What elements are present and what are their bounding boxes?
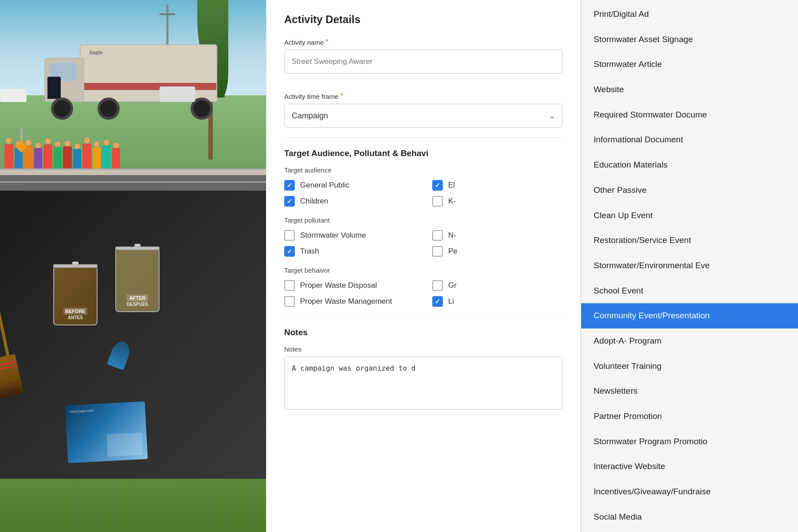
- dropdown-item-stormwater-article[interactable]: Stormwater Article: [581, 52, 798, 77]
- dropdown-item-adopt-a-program[interactable]: Adopt-A- Program: [581, 329, 798, 354]
- checkbox-green-infra[interactable]: [432, 280, 443, 291]
- truck-background: [160, 86, 195, 102]
- checkbox-proper-waste-disposal[interactable]: [284, 280, 295, 291]
- form-divider: [284, 137, 563, 138]
- activity-details-title: Activity Details: [284, 13, 563, 26]
- activity-time-frame-select[interactable]: Campaign: [284, 104, 563, 128]
- road-sign: [17, 129, 26, 151]
- checkbox-k12[interactable]: [432, 196, 443, 207]
- checkbox-label-stormwater-volume: Stormwater Volume: [300, 231, 366, 240]
- checkbox-stormwater-volume[interactable]: [284, 230, 295, 241]
- left-photos-panel: Eagle: [0, 0, 266, 532]
- activity-time-frame-field: Activity time frame * Campaign ⌄: [284, 92, 563, 128]
- checkbox-item-litter[interactable]: Li: [432, 296, 563, 307]
- checkbox-item-proper-waste-disposal[interactable]: Proper Waste Disposal: [284, 280, 415, 291]
- dropdown-item-volunteer-training[interactable]: Volunteer Training: [581, 354, 798, 379]
- checkbox-general-public[interactable]: [284, 180, 295, 191]
- pamphlet: cleansater.com: [65, 401, 148, 463]
- activity-name-label-text: Activity name: [284, 39, 324, 46]
- checkbox-litter[interactable]: [432, 296, 443, 307]
- checkbox-item-green-infra[interactable]: Gr: [432, 280, 563, 291]
- activity-time-frame-label-text: Activity time frame: [284, 93, 339, 100]
- dropdown-item-other-passive[interactable]: Other Passive: [581, 178, 798, 203]
- activity-name-required: *: [325, 38, 328, 46]
- activity-type-dropdown-list: Print/Digital Ad Stormwater Asset Signag…: [581, 0, 798, 532]
- activity-name-input[interactable]: [284, 50, 563, 74]
- activity-time-frame-required: *: [340, 92, 343, 100]
- checkbox-pet-waste[interactable]: [432, 246, 443, 257]
- checkbox-elderly[interactable]: [432, 180, 443, 191]
- checkbox-label-children: Children: [300, 197, 328, 206]
- activity-name-label: Activity name *: [284, 38, 563, 46]
- target-behavior-field: Target behaivor Proper Waste Disposal Gr…: [284, 266, 563, 307]
- checkbox-item-children[interactable]: Children: [284, 196, 415, 207]
- checkbox-trash[interactable]: [284, 246, 295, 257]
- center-form-panel: Activity Details Activity name * Activit…: [266, 0, 581, 532]
- notes-section-title: Notes: [284, 328, 563, 337]
- target-audience-label: Target audience: [284, 166, 563, 174]
- checkbox-label-proper-waste-mgmt: Proper Waste Management: [300, 297, 392, 306]
- dropdown-item-school-event[interactable]: School Event: [581, 278, 798, 304]
- road: [0, 175, 266, 191]
- checkbox-children[interactable]: [284, 196, 295, 207]
- activity-time-frame-label: Activity time frame *: [284, 92, 563, 100]
- notes-section: Notes Notes A campaign was organized to …: [284, 328, 563, 411]
- dropdown-item-social-media[interactable]: Social Media: [581, 505, 798, 530]
- checkbox-item-stormwater-volume[interactable]: Stormwater Volume: [284, 230, 415, 241]
- dropdown-item-website[interactable]: Website: [581, 77, 798, 102]
- dropdown-item-publicly-accessible-waste[interactable]: Publicly Accessible Waste Dis: [581, 529, 798, 532]
- checkbox-label-k12: K-: [448, 197, 456, 206]
- jar-before-label-es: ANTES: [63, 315, 87, 320]
- dropdown-item-newsletters[interactable]: Newsletters: [581, 379, 798, 404]
- checkbox-proper-waste-mgmt[interactable]: [284, 296, 295, 307]
- checkbox-label-pet-waste: Pe: [448, 247, 458, 256]
- dropdown-item-community-event[interactable]: Community Event/Presentation: [581, 303, 798, 329]
- target-audience-field: Target audience General Public El Childr…: [284, 166, 563, 207]
- photo-bottom: BEFORE ANTES AFTER DESPUÉS cleansater.co…: [0, 191, 266, 532]
- dropdown-item-interactive-website[interactable]: Interactive Website: [581, 454, 798, 479]
- checkbox-label-trash: Trash: [300, 247, 319, 256]
- dropdown-item-print-digital-ad[interactable]: Print/Digital Ad: [581, 2, 798, 27]
- target-section-title: Target Audience, Pollutant & Behavi: [284, 149, 563, 158]
- target-section-title-text: Target Audience, Pollutant & Behavi: [284, 149, 428, 158]
- jar-before: BEFORE ANTES: [53, 262, 98, 325]
- checkbox-item-proper-waste-mgmt[interactable]: Proper Waste Management: [284, 296, 415, 307]
- activity-time-frame-select-wrapper: Campaign ⌄: [284, 104, 563, 128]
- car-background: [0, 89, 27, 102]
- checkbox-label-proper-waste-disposal: Proper Waste Disposal: [300, 281, 377, 290]
- checkbox-nutrients[interactable]: [432, 230, 443, 241]
- jar-before-label-en: BEFORE: [63, 308, 87, 315]
- right-dropdown-panel: Print/Digital Ad Stormwater Asset Signag…: [581, 0, 798, 532]
- checkbox-item-nutrients[interactable]: N-: [432, 230, 563, 241]
- jar-after-label-es: DESPUÉS: [127, 302, 148, 307]
- photo-top: Eagle: [0, 0, 266, 191]
- jar-after-label-en: AFTER: [127, 294, 148, 301]
- dropdown-item-stormwater-environmental-event[interactable]: Stormwater/Environmental Eve: [581, 253, 798, 278]
- target-pollutant-checkboxes: Stormwater Volume N- Trash Pe: [284, 230, 563, 257]
- checkbox-label-nutrients: N-: [448, 231, 456, 240]
- notes-divider: [284, 317, 563, 317]
- checkbox-item-pet-waste[interactable]: Pe: [432, 246, 563, 257]
- target-pollutant-field: Target pollutant Stormwater Volume N- Tr…: [284, 216, 563, 257]
- target-pollutant-label: Target pollutant: [284, 216, 563, 224]
- jar-after: AFTER DESPUÉS: [115, 244, 160, 312]
- checkbox-label-general-public: General Public: [300, 181, 350, 190]
- target-audience-checkboxes: General Public El Children K-: [284, 180, 563, 207]
- dropdown-item-required-stormwater-document[interactable]: Required Stormwater Docume: [581, 102, 798, 128]
- dropdown-item-restoration-service-event[interactable]: Restoration/Service Event: [581, 228, 798, 253]
- checkbox-item-elderly[interactable]: El: [432, 180, 563, 191]
- notes-textarea[interactable]: A campaign was organized to d: [284, 356, 563, 410]
- checkbox-label-elderly: El: [448, 181, 455, 190]
- checkbox-item-trash[interactable]: Trash: [284, 246, 415, 257]
- checkbox-item-k12[interactable]: K-: [432, 196, 563, 207]
- dropdown-item-clean-up-event[interactable]: Clean Up Event: [581, 203, 798, 228]
- checkbox-item-general-public[interactable]: General Public: [284, 180, 415, 191]
- dropdown-item-informational-document[interactable]: Informational Document: [581, 127, 798, 153]
- activity-name-field: Activity name *: [284, 38, 563, 83]
- dropdown-item-incentives-giveaway[interactable]: Incentives/Giveaway/Fundraise: [581, 479, 798, 505]
- dropdown-item-stormwater-asset-signage[interactable]: Stormwater Asset Signage: [581, 27, 798, 52]
- dropdown-item-education-materials[interactable]: Education Materials: [581, 153, 798, 178]
- target-behavior-checkboxes: Proper Waste Disposal Gr Proper Waste Ma…: [284, 280, 563, 307]
- dropdown-item-stormwater-program-promotion[interactable]: Stormwater Program Promotio: [581, 429, 798, 454]
- dropdown-item-partner-promotion[interactable]: Partner Promotion: [581, 404, 798, 429]
